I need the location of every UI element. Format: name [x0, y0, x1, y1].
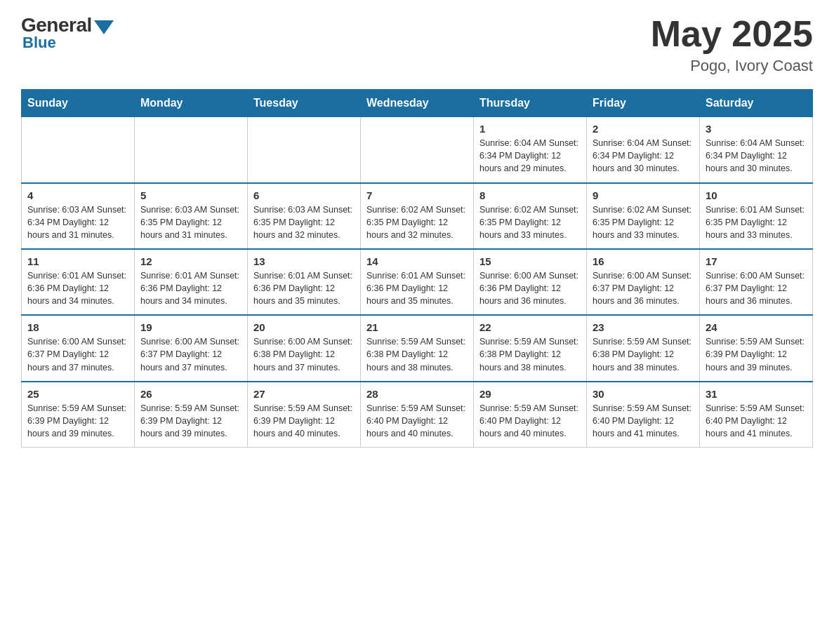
- day-info: Sunrise: 6:01 AM Sunset: 6:36 PM Dayligh…: [27, 269, 128, 307]
- calendar-cell: 16Sunrise: 6:00 AM Sunset: 6:37 PM Dayli…: [587, 249, 700, 315]
- page-header: General Blue May 2025 Pogo, Ivory Coast: [21, 14, 813, 75]
- day-info: Sunrise: 6:00 AM Sunset: 6:37 PM Dayligh…: [27, 335, 128, 373]
- location-subtitle: Pogo, Ivory Coast: [651, 57, 813, 75]
- calendar-cell: 9Sunrise: 6:02 AM Sunset: 6:35 PM Daylig…: [587, 183, 700, 249]
- day-number: 29: [479, 388, 581, 400]
- calendar-cell: 7Sunrise: 6:02 AM Sunset: 6:35 PM Daylig…: [361, 183, 474, 249]
- day-info: Sunrise: 5:59 AM Sunset: 6:39 PM Dayligh…: [253, 402, 355, 440]
- calendar-cell: 14Sunrise: 6:01 AM Sunset: 6:36 PM Dayli…: [361, 249, 474, 315]
- calendar-week-4: 18Sunrise: 6:00 AM Sunset: 6:37 PM Dayli…: [22, 315, 813, 381]
- calendar-table: Sunday Monday Tuesday Wednesday Thursday…: [21, 89, 813, 448]
- calendar-week-1: 1Sunrise: 6:04 AM Sunset: 6:34 PM Daylig…: [22, 117, 813, 183]
- calendar-cell: 19Sunrise: 6:00 AM Sunset: 6:37 PM Dayli…: [135, 315, 248, 381]
- day-number: 1: [479, 123, 581, 135]
- day-info: Sunrise: 5:59 AM Sunset: 6:39 PM Dayligh…: [27, 402, 128, 440]
- calendar-cell: 22Sunrise: 5:59 AM Sunset: 6:38 PM Dayli…: [474, 315, 587, 381]
- day-number: 5: [140, 189, 241, 201]
- calendar-cell: 3Sunrise: 6:04 AM Sunset: 6:34 PM Daylig…: [700, 117, 813, 183]
- calendar-cell: 17Sunrise: 6:00 AM Sunset: 6:37 PM Dayli…: [700, 249, 813, 315]
- calendar-cell: [361, 117, 474, 183]
- day-number: 4: [27, 189, 128, 201]
- day-number: 16: [593, 255, 694, 267]
- day-info: Sunrise: 6:04 AM Sunset: 6:34 PM Dayligh…: [479, 137, 581, 175]
- calendar-cell: 8Sunrise: 6:02 AM Sunset: 6:35 PM Daylig…: [474, 183, 587, 249]
- title-section: May 2025 Pogo, Ivory Coast: [651, 14, 813, 75]
- calendar-cell: 20Sunrise: 6:00 AM Sunset: 6:38 PM Dayli…: [248, 315, 361, 381]
- day-info: Sunrise: 6:01 AM Sunset: 6:36 PM Dayligh…: [366, 269, 468, 307]
- day-number: 18: [27, 321, 128, 333]
- day-info: Sunrise: 6:01 AM Sunset: 6:36 PM Dayligh…: [140, 269, 241, 307]
- calendar-cell: 26Sunrise: 5:59 AM Sunset: 6:39 PM Dayli…: [135, 382, 248, 448]
- day-info: Sunrise: 6:03 AM Sunset: 6:35 PM Dayligh…: [253, 203, 355, 241]
- day-number: 22: [479, 321, 581, 333]
- calendar-cell: [135, 117, 248, 183]
- calendar-cell: 29Sunrise: 5:59 AM Sunset: 6:40 PM Dayli…: [474, 382, 587, 448]
- day-number: 7: [366, 189, 468, 201]
- logo: General Blue: [21, 14, 114, 52]
- calendar-header-row: Sunday Monday Tuesday Wednesday Thursday…: [22, 90, 813, 117]
- day-number: 31: [706, 388, 807, 400]
- day-number: 9: [593, 189, 694, 201]
- calendar-cell: 30Sunrise: 5:59 AM Sunset: 6:40 PM Dayli…: [587, 382, 700, 448]
- calendar-cell: 11Sunrise: 6:01 AM Sunset: 6:36 PM Dayli…: [22, 249, 135, 315]
- day-info: Sunrise: 5:59 AM Sunset: 6:38 PM Dayligh…: [479, 335, 581, 373]
- day-number: 28: [366, 388, 468, 400]
- day-number: 26: [140, 388, 241, 400]
- calendar-cell: 4Sunrise: 6:03 AM Sunset: 6:34 PM Daylig…: [22, 183, 135, 249]
- day-info: Sunrise: 6:00 AM Sunset: 6:37 PM Dayligh…: [593, 269, 694, 307]
- day-info: Sunrise: 6:01 AM Sunset: 6:35 PM Dayligh…: [706, 203, 807, 241]
- col-wednesday: Wednesday: [361, 90, 474, 117]
- calendar-cell: 12Sunrise: 6:01 AM Sunset: 6:36 PM Dayli…: [135, 249, 248, 315]
- calendar-cell: 15Sunrise: 6:00 AM Sunset: 6:36 PM Dayli…: [474, 249, 587, 315]
- day-number: 23: [593, 321, 694, 333]
- day-number: 2: [593, 123, 694, 135]
- calendar-cell: 31Sunrise: 5:59 AM Sunset: 6:40 PM Dayli…: [700, 382, 813, 448]
- logo-blue-text: Blue: [22, 34, 56, 52]
- day-number: 13: [253, 255, 355, 267]
- day-number: 30: [593, 388, 694, 400]
- calendar-cell: 1Sunrise: 6:04 AM Sunset: 6:34 PM Daylig…: [474, 117, 587, 183]
- calendar-week-3: 11Sunrise: 6:01 AM Sunset: 6:36 PM Dayli…: [22, 249, 813, 315]
- day-info: Sunrise: 6:03 AM Sunset: 6:35 PM Dayligh…: [140, 203, 241, 241]
- day-number: 15: [479, 255, 581, 267]
- day-info: Sunrise: 6:04 AM Sunset: 6:34 PM Dayligh…: [593, 137, 694, 175]
- day-info: Sunrise: 5:59 AM Sunset: 6:39 PM Dayligh…: [706, 335, 807, 373]
- calendar-cell: 2Sunrise: 6:04 AM Sunset: 6:34 PM Daylig…: [587, 117, 700, 183]
- day-number: 27: [253, 388, 355, 400]
- day-info: Sunrise: 5:59 AM Sunset: 6:40 PM Dayligh…: [366, 402, 468, 440]
- col-sunday: Sunday: [22, 90, 135, 117]
- day-info: Sunrise: 5:59 AM Sunset: 6:40 PM Dayligh…: [479, 402, 581, 440]
- day-number: 6: [253, 189, 355, 201]
- calendar-cell: [248, 117, 361, 183]
- day-info: Sunrise: 6:00 AM Sunset: 6:37 PM Dayligh…: [140, 335, 241, 373]
- calendar-cell: 10Sunrise: 6:01 AM Sunset: 6:35 PM Dayli…: [700, 183, 813, 249]
- day-number: 12: [140, 255, 241, 267]
- day-number: 14: [366, 255, 468, 267]
- month-year-title: May 2025: [651, 14, 813, 54]
- day-info: Sunrise: 5:59 AM Sunset: 6:40 PM Dayligh…: [593, 402, 694, 440]
- day-number: 19: [140, 321, 241, 333]
- day-number: 11: [27, 255, 128, 267]
- day-info: Sunrise: 6:02 AM Sunset: 6:35 PM Dayligh…: [593, 203, 694, 241]
- day-info: Sunrise: 6:04 AM Sunset: 6:34 PM Dayligh…: [706, 137, 807, 175]
- calendar-cell: 27Sunrise: 5:59 AM Sunset: 6:39 PM Dayli…: [248, 382, 361, 448]
- calendar-week-2: 4Sunrise: 6:03 AM Sunset: 6:34 PM Daylig…: [22, 183, 813, 249]
- calendar-cell: 21Sunrise: 5:59 AM Sunset: 6:38 PM Dayli…: [361, 315, 474, 381]
- day-info: Sunrise: 6:00 AM Sunset: 6:36 PM Dayligh…: [479, 269, 581, 307]
- calendar-week-5: 25Sunrise: 5:59 AM Sunset: 6:39 PM Dayli…: [22, 382, 813, 448]
- col-monday: Monday: [135, 90, 248, 117]
- calendar-cell: [22, 117, 135, 183]
- calendar-cell: 5Sunrise: 6:03 AM Sunset: 6:35 PM Daylig…: [135, 183, 248, 249]
- day-info: Sunrise: 6:02 AM Sunset: 6:35 PM Dayligh…: [366, 203, 468, 241]
- calendar-cell: 6Sunrise: 6:03 AM Sunset: 6:35 PM Daylig…: [248, 183, 361, 249]
- col-tuesday: Tuesday: [248, 90, 361, 117]
- day-number: 21: [366, 321, 468, 333]
- calendar-cell: 23Sunrise: 5:59 AM Sunset: 6:38 PM Dayli…: [587, 315, 700, 381]
- day-info: Sunrise: 5:59 AM Sunset: 6:38 PM Dayligh…: [593, 335, 694, 373]
- day-info: Sunrise: 5:59 AM Sunset: 6:40 PM Dayligh…: [706, 402, 807, 440]
- day-number: 8: [479, 189, 581, 201]
- day-info: Sunrise: 6:03 AM Sunset: 6:34 PM Dayligh…: [27, 203, 128, 241]
- day-number: 24: [706, 321, 807, 333]
- day-number: 3: [706, 123, 807, 135]
- calendar-cell: 25Sunrise: 5:59 AM Sunset: 6:39 PM Dayli…: [22, 382, 135, 448]
